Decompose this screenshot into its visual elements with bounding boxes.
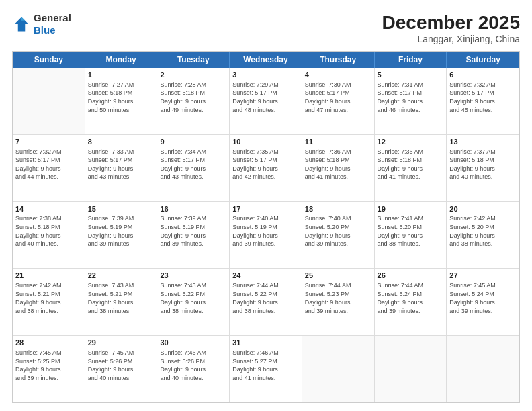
calendar-cell: 15Sunrise: 7:39 AM Sunset: 5:19 PM Dayli… [85,202,158,269]
calendar-cell: 29Sunrise: 7:45 AM Sunset: 5:26 PM Dayli… [85,336,158,402]
day-number: 13 [449,137,517,147]
day-number: 4 [305,70,371,80]
calendar-row: 7Sunrise: 7:32 AM Sunset: 5:17 PM Daylig… [13,135,519,202]
calendar-cell: 28Sunrise: 7:45 AM Sunset: 5:25 PM Dayli… [13,336,85,402]
page: General Blue December 2025 Langgar, Xinj… [0,0,532,411]
day-number: 20 [449,204,517,214]
calendar-body: 1Sunrise: 7:27 AM Sunset: 5:18 PM Daylig… [13,68,519,402]
day-number: 12 [378,137,444,147]
calendar-header-day: Friday [375,52,447,68]
calendar-row: 14Sunrise: 7:38 AM Sunset: 5:18 PM Dayli… [13,202,519,269]
calendar-cell: 6Sunrise: 7:32 AM Sunset: 5:17 PM Daylig… [447,68,519,134]
calendar-row: 28Sunrise: 7:45 AM Sunset: 5:25 PM Dayli… [13,336,519,402]
svg-marker-1 [21,17,25,21]
calendar-cell: 14Sunrise: 7:38 AM Sunset: 5:18 PM Dayli… [13,202,85,269]
day-info: Sunrise: 7:28 AM Sunset: 5:18 PM Dayligh… [160,81,226,114]
calendar-cell: 1Sunrise: 7:27 AM Sunset: 5:18 PM Daylig… [85,68,158,134]
day-info: Sunrise: 7:44 AM Sunset: 5:23 PM Dayligh… [305,281,371,315]
day-info: Sunrise: 7:42 AM Sunset: 5:21 PM Dayligh… [15,281,82,315]
calendar-cell [13,68,85,134]
day-info: Sunrise: 7:30 AM Sunset: 5:17 PM Dayligh… [305,81,371,114]
day-info: Sunrise: 7:43 AM Sunset: 5:22 PM Dayligh… [160,281,226,315]
day-number: 19 [378,204,444,214]
calendar-cell: 2Sunrise: 7:28 AM Sunset: 5:18 PM Daylig… [157,68,230,134]
day-number: 9 [160,137,226,147]
day-info: Sunrise: 7:42 AM Sunset: 5:20 PM Dayligh… [449,214,517,248]
calendar-header-day: Sunday [13,52,85,68]
day-number: 11 [305,137,371,147]
calendar-cell: 20Sunrise: 7:42 AM Sunset: 5:20 PM Dayli… [447,202,519,269]
calendar-row: 21Sunrise: 7:42 AM Sunset: 5:21 PM Dayli… [13,269,519,336]
day-number: 22 [88,271,154,281]
day-number: 15 [88,204,154,214]
day-info: Sunrise: 7:34 AM Sunset: 5:17 PM Dayligh… [160,148,226,181]
calendar-cell: 9Sunrise: 7:34 AM Sunset: 5:17 PM Daylig… [157,135,230,201]
day-info: Sunrise: 7:29 AM Sunset: 5:17 PM Dayligh… [232,81,299,114]
calendar-cell: 7Sunrise: 7:32 AM Sunset: 5:17 PM Daylig… [13,135,85,201]
page-subtitle: Langgar, Xinjiang, China [382,34,520,44]
day-number: 2 [160,70,226,80]
day-info: Sunrise: 7:45 AM Sunset: 5:26 PM Dayligh… [88,349,154,382]
day-number: 17 [232,204,299,214]
day-number: 25 [305,271,371,281]
day-info: Sunrise: 7:39 AM Sunset: 5:19 PM Dayligh… [160,214,226,248]
calendar-header-day: Thursday [302,52,375,68]
calendar-header-day: Saturday [447,52,519,68]
day-number: 7 [15,137,82,147]
day-number: 27 [449,271,517,281]
header: General Blue December 2025 Langgar, Xinj… [12,12,520,44]
calendar-cell: 8Sunrise: 7:33 AM Sunset: 5:17 PM Daylig… [85,135,158,201]
page-title: December 2025 [382,12,520,34]
day-number: 1 [88,70,154,80]
calendar-cell: 26Sunrise: 7:44 AM Sunset: 5:24 PM Dayli… [375,269,447,335]
calendar-cell: 4Sunrise: 7:30 AM Sunset: 5:17 PM Daylig… [302,68,375,134]
day-info: Sunrise: 7:44 AM Sunset: 5:22 PM Dayligh… [232,281,299,315]
logo-general: General [34,12,71,24]
calendar-header: SundayMondayTuesdayWednesdayThursdayFrid… [13,52,519,68]
day-number: 3 [232,70,299,80]
calendar-header-day: Wednesday [230,52,302,68]
calendar-cell [447,336,519,402]
calendar-cell: 5Sunrise: 7:31 AM Sunset: 5:17 PM Daylig… [375,68,447,134]
day-info: Sunrise: 7:32 AM Sunset: 5:17 PM Dayligh… [449,81,517,114]
day-number: 5 [378,70,444,80]
day-number: 29 [88,338,154,348]
calendar-cell: 23Sunrise: 7:43 AM Sunset: 5:22 PM Dayli… [157,269,230,335]
day-info: Sunrise: 7:45 AM Sunset: 5:25 PM Dayligh… [15,349,82,382]
day-info: Sunrise: 7:37 AM Sunset: 5:18 PM Dayligh… [449,148,517,181]
day-info: Sunrise: 7:41 AM Sunset: 5:20 PM Dayligh… [378,214,444,248]
day-number: 26 [378,271,444,281]
day-info: Sunrise: 7:27 AM Sunset: 5:18 PM Dayligh… [88,81,154,114]
calendar-cell: 13Sunrise: 7:37 AM Sunset: 5:18 PM Dayli… [447,135,519,201]
calendar-cell: 27Sunrise: 7:45 AM Sunset: 5:24 PM Dayli… [447,269,519,335]
calendar-cell [375,336,447,402]
day-info: Sunrise: 7:46 AM Sunset: 5:26 PM Dayligh… [160,349,226,382]
day-number: 23 [160,271,226,281]
day-info: Sunrise: 7:36 AM Sunset: 5:18 PM Dayligh… [305,148,371,181]
calendar-header-day: Tuesday [157,52,230,68]
logo-blue: Blue [34,24,56,36]
day-number: 10 [232,137,299,147]
day-number: 31 [232,338,299,348]
day-number: 21 [15,271,82,281]
day-number: 16 [160,204,226,214]
day-info: Sunrise: 7:38 AM Sunset: 5:18 PM Dayligh… [15,214,82,248]
calendar-cell: 22Sunrise: 7:43 AM Sunset: 5:21 PM Dayli… [85,269,158,335]
calendar-cell: 21Sunrise: 7:42 AM Sunset: 5:21 PM Dayli… [13,269,85,335]
calendar-cell: 25Sunrise: 7:44 AM Sunset: 5:23 PM Dayli… [302,269,375,335]
day-info: Sunrise: 7:40 AM Sunset: 5:19 PM Dayligh… [232,214,299,248]
calendar-cell: 17Sunrise: 7:40 AM Sunset: 5:19 PM Dayli… [230,202,302,269]
day-info: Sunrise: 7:43 AM Sunset: 5:21 PM Dayligh… [88,281,154,315]
day-info: Sunrise: 7:31 AM Sunset: 5:17 PM Dayligh… [378,81,444,114]
day-number: 28 [15,338,82,348]
calendar-cell: 10Sunrise: 7:35 AM Sunset: 5:17 PM Dayli… [230,135,302,201]
day-number: 18 [305,204,371,214]
day-info: Sunrise: 7:36 AM Sunset: 5:18 PM Dayligh… [378,148,444,181]
calendar-row: 1Sunrise: 7:27 AM Sunset: 5:18 PM Daylig… [13,68,519,135]
logo-icon [12,15,31,34]
calendar-cell: 18Sunrise: 7:40 AM Sunset: 5:20 PM Dayli… [302,202,375,269]
logo: General Blue [12,12,71,36]
day-info: Sunrise: 7:46 AM Sunset: 5:27 PM Dayligh… [232,349,299,382]
calendar-cell: 12Sunrise: 7:36 AM Sunset: 5:18 PM Dayli… [375,135,447,201]
calendar-cell: 31Sunrise: 7:46 AM Sunset: 5:27 PM Dayli… [230,336,302,402]
